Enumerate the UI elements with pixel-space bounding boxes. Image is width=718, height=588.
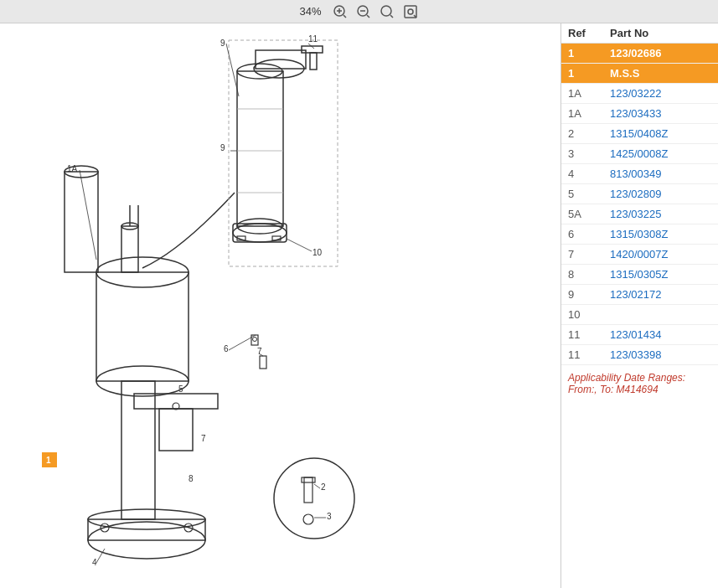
toolbar: 34%: [0, 0, 718, 23]
cell-ref: 5: [561, 184, 603, 204]
svg-line-65: [314, 484, 320, 488]
svg-rect-45: [260, 356, 266, 369]
cell-partno[interactable]: 123/03398: [603, 345, 718, 365]
svg-text:8: 8: [189, 474, 194, 483]
table-row[interactable]: 5123/02809: [561, 184, 718, 204]
svg-point-44: [252, 338, 256, 342]
zoom-out-button[interactable]: [355, 3, 372, 20]
svg-point-63: [303, 514, 313, 524]
cell-ref: 10: [561, 305, 603, 325]
svg-text:10: 10: [313, 248, 323, 257]
cell-partno[interactable]: 123/03225: [603, 204, 718, 224]
table-row[interactable]: 11123/01434: [561, 325, 718, 345]
cell-ref: 1: [561, 64, 603, 84]
col-header-partno: Part No: [603, 23, 718, 44]
cell-partno[interactable]: 1315/0305Z: [603, 265, 718, 285]
cell-ref: 6: [561, 224, 603, 245]
table-row[interactable]: 1123/02686: [561, 44, 718, 64]
svg-rect-15: [121, 226, 138, 272]
svg-line-6: [367, 15, 369, 18]
svg-point-10: [408, 9, 413, 14]
cell-ref: 3: [561, 144, 603, 164]
diagram-panel[interactable]: 11 9 10 5: [0, 23, 561, 588]
diagram-svg-container: 11 9 10 5: [0, 23, 560, 588]
table-row[interactable]: 81315/0305Z: [561, 265, 718, 285]
svg-text:2: 2: [321, 482, 326, 492]
svg-text:11: 11: [308, 34, 318, 44]
table-row[interactable]: 71420/0007Z: [561, 245, 718, 265]
svg-point-60: [274, 458, 354, 539]
svg-line-3: [344, 15, 346, 18]
table-row[interactable]: 1M.S.S: [561, 64, 718, 84]
cell-ref: 8: [561, 265, 603, 285]
applicability-note: Applicability Date Ranges: From:, To: M4…: [561, 365, 718, 402]
cell-ref: 9: [561, 285, 603, 305]
table-row[interactable]: 61315/0308Z: [561, 224, 718, 245]
zoom-reset-button[interactable]: [379, 3, 395, 20]
cell-partno[interactable]: 123/01434: [603, 325, 718, 345]
cell-partno[interactable]: 1315/0308Z: [603, 224, 718, 245]
table-row[interactable]: 31425/0008Z: [561, 144, 718, 164]
cell-ref: 1A: [561, 84, 603, 104]
applicability-range: From:, To: M414694: [568, 384, 711, 395]
cell-ref: 1: [561, 44, 603, 64]
svg-text:7: 7: [201, 434, 206, 443]
table-row[interactable]: 1A123/03222: [561, 84, 718, 104]
parts-panel[interactable]: Ref Part No 1123/026861M.S.S1A123/032221…: [561, 23, 718, 588]
svg-point-7: [381, 6, 391, 16]
svg-text:7: 7: [257, 347, 262, 356]
table-row[interactable]: 1A123/03433: [561, 104, 718, 124]
svg-rect-57: [121, 381, 155, 519]
svg-line-36: [287, 239, 312, 251]
svg-rect-26: [310, 53, 317, 70]
table-row[interactable]: 5A123/03225: [561, 204, 718, 224]
svg-text:9: 9: [220, 143, 225, 152]
cell-partno[interactable]: 123/02809: [603, 184, 718, 204]
cell-ref: 11: [561, 345, 603, 365]
svg-text:1: 1: [46, 456, 51, 465]
table-row[interactable]: 21315/0408Z: [561, 124, 718, 144]
svg-rect-70: [65, 172, 98, 272]
svg-line-69: [80, 170, 96, 260]
svg-rect-38: [159, 409, 193, 451]
svg-text:3: 3: [327, 512, 332, 521]
applicability-label: Applicability Date Ranges:: [568, 372, 711, 384]
cell-ref: 2: [561, 124, 603, 144]
cell-partno[interactable]: 123/02686: [603, 44, 718, 64]
main-content: 11 9 10 5: [0, 23, 718, 588]
table-row[interactable]: 11123/03398: [561, 345, 718, 365]
cell-partno[interactable]: [603, 305, 718, 325]
svg-rect-13: [96, 272, 189, 381]
table-row[interactable]: 10: [561, 305, 718, 325]
zoom-fit-button[interactable]: [402, 3, 419, 20]
svg-text:5: 5: [178, 384, 183, 394]
svg-text:6: 6: [224, 344, 229, 353]
parts-table: Ref Part No 1123/026861M.S.S1A123/032221…: [561, 23, 718, 365]
cell-partno[interactable]: 123/03433: [603, 104, 718, 124]
svg-rect-17: [237, 71, 283, 226]
zoom-level: 34%: [299, 5, 321, 18]
col-header-ref: Ref: [561, 23, 603, 44]
cell-partno[interactable]: 123/02172: [603, 285, 718, 305]
cell-ref: 4: [561, 164, 603, 184]
cell-partno[interactable]: 123/03222: [603, 84, 718, 104]
cell-partno[interactable]: 1315/0408Z: [603, 124, 718, 144]
cell-ref: 1A: [561, 104, 603, 124]
cell-partno[interactable]: M.S.S: [603, 64, 718, 84]
table-row[interactable]: 4813/00349: [561, 164, 718, 184]
zoom-in-button[interactable]: [332, 3, 349, 20]
cell-ref: 7: [561, 245, 603, 265]
svg-line-8: [390, 15, 393, 18]
svg-text:9: 9: [220, 39, 225, 48]
cell-ref: 5A: [561, 204, 603, 224]
cell-partno[interactable]: 813/00349: [603, 164, 718, 184]
cell-partno[interactable]: 1425/0008Z: [603, 144, 718, 164]
cell-ref: 11: [561, 325, 603, 345]
cell-partno[interactable]: 1420/0007Z: [603, 245, 718, 265]
table-header-row: Ref Part No: [561, 23, 718, 44]
svg-rect-61: [304, 477, 313, 503]
table-row[interactable]: 9123/02172: [561, 285, 718, 305]
svg-rect-62: [302, 477, 315, 482]
